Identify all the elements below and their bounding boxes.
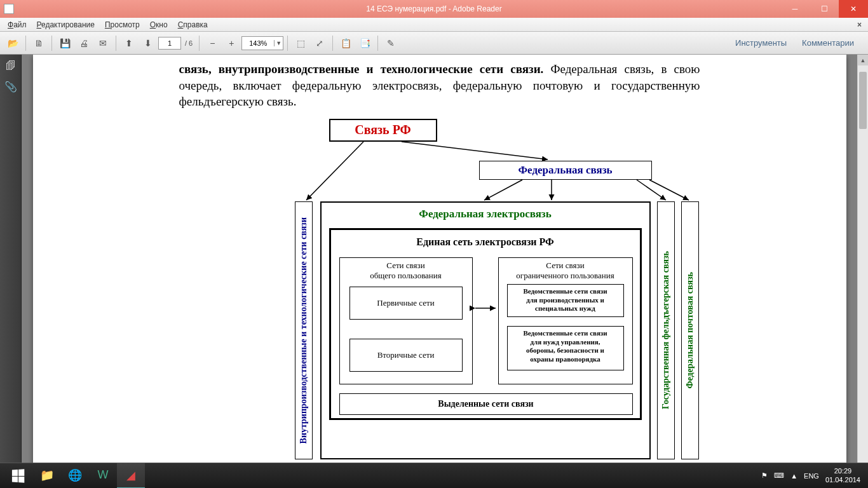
menu-file-label: айл xyxy=(13,20,26,29)
svg-line-0 xyxy=(306,142,363,200)
start-button[interactable] xyxy=(3,463,33,489)
email-icon[interactable]: ✉ xyxy=(94,34,112,52)
save-icon[interactable]: 💾 xyxy=(56,34,74,52)
keyboard-icon[interactable]: ⌨ xyxy=(774,471,784,480)
tool-icon-5[interactable]: ✎ xyxy=(382,34,400,52)
tray-up-icon[interactable]: ▲ xyxy=(790,472,797,480)
menu-bar: Фdocument.currentScript.previousElementS… xyxy=(0,18,868,32)
chevron-down-icon[interactable]: ▼ xyxy=(274,40,283,46)
minimize-button[interactable]: ─ xyxy=(780,0,810,18)
diagram-secondary: Вторичные сети xyxy=(349,339,463,372)
pdf-page: связь, внутрипроизводственные и технолог… xyxy=(33,55,846,488)
panel-comments[interactable]: Комментарии xyxy=(797,36,859,50)
paragraph: связь, внутрипроизводственные и технолог… xyxy=(179,61,700,110)
tray-flag-icon[interactable]: ⚑ xyxy=(761,471,768,480)
diagram-gos-feld: Государственная фельдъегерская связь xyxy=(657,201,675,459)
menu-view[interactable]: Просмотр xyxy=(100,19,145,30)
document-area[interactable]: связь, внутрипроизводственные и технолог… xyxy=(22,55,857,488)
task-explorer-icon[interactable]: 📁 xyxy=(33,463,61,489)
nav-panel: 🗐 📎 xyxy=(0,55,22,488)
app-icon xyxy=(4,4,14,14)
scroll-up-icon[interactable]: ▲ xyxy=(858,55,868,65)
page-up-icon[interactable]: ⬆ xyxy=(120,34,138,52)
menu-help[interactable]: Справка xyxy=(173,19,213,30)
close-button[interactable]: ✕ xyxy=(839,0,868,18)
window-titlebar: 14 ЕСЭ нумерация.pdf - Adobe Reader ─ ☐ … xyxy=(0,0,868,18)
windows-logo-icon xyxy=(12,469,24,482)
page-total-label: / 6 xyxy=(182,39,195,47)
panel-tools[interactable]: Инструменты xyxy=(730,36,792,50)
svg-line-1 xyxy=(402,142,548,159)
create-pdf-icon[interactable]: 🗎 xyxy=(30,34,48,52)
svg-line-5 xyxy=(649,180,689,200)
tool-icon-4[interactable]: 📑 xyxy=(356,34,374,52)
open-icon[interactable]: 📂 xyxy=(4,34,22,52)
zoom-select[interactable]: 143% ▼ xyxy=(241,36,283,50)
page-down-icon[interactable]: ⬇ xyxy=(139,34,157,52)
task-reader-icon[interactable]: ◢ xyxy=(117,463,145,489)
task-word-icon[interactable]: W xyxy=(89,463,117,489)
window-title: 14 ЕСЭ нумерация.pdf - Adobe Reader xyxy=(366,4,501,13)
diagram-dedicated: Выделенные сети связи xyxy=(339,393,633,415)
svg-line-2 xyxy=(484,180,522,200)
page-number-input[interactable] xyxy=(158,37,181,50)
clock[interactable]: 20:29 01.04.2014 xyxy=(825,467,860,484)
tool-icon-2[interactable]: ⤢ xyxy=(311,34,329,52)
diagram-root: Связь РФ xyxy=(329,119,437,142)
diagram-federal: Федеральная связь xyxy=(479,161,652,180)
toolbar: 📂 🗎 💾 🖨 ✉ ⬆ ⬇ / 6 − + 143% ▼ ⬚ ⤢ 📋 📑 ✎ И… xyxy=(0,32,868,55)
workspace: 🗐 📎 связь, внутрипроизводственные и техн… xyxy=(0,55,868,488)
thumbnails-icon[interactable]: 🗐 xyxy=(4,60,17,72)
zoom-in-icon[interactable]: + xyxy=(222,34,240,52)
svg-line-4 xyxy=(637,180,666,200)
diagram-fed-electro: Федеральная электросвязь xyxy=(322,203,649,226)
vertical-scrollbar[interactable]: ▲ ▼ xyxy=(857,55,868,488)
para-bold: связь, внутрипроизводственные и технолог… xyxy=(179,62,544,76)
system-tray: ⚑ ⌨ ▲ ENG 20:29 01.04.2014 xyxy=(761,467,865,484)
tool-icon-3[interactable]: 📋 xyxy=(337,34,355,52)
diagram-dept1: Ведомственные сети связидля производстве… xyxy=(507,284,624,317)
task-chrome-icon[interactable]: 🌐 xyxy=(61,463,89,489)
print-icon[interactable]: 🖨 xyxy=(75,34,93,52)
scroll-thumb[interactable] xyxy=(859,72,867,129)
maximize-button[interactable]: ☐ xyxy=(810,0,839,18)
diagram-fed-post: Федеральная почтовая связь xyxy=(681,201,699,459)
taskbar: 📁 🌐 W ◢ ⚑ ⌨ ▲ ENG 20:29 01.04.2014 xyxy=(0,463,868,488)
diagram-left-vertical: Внутрипроизводственные и технологические… xyxy=(295,201,313,459)
menu-close-doc[interactable]: × xyxy=(853,20,865,29)
zoom-value: 143% xyxy=(242,39,274,47)
diagram: Связь РФ Федеральная связь Внутрипроизво… xyxy=(179,119,700,462)
menu-window[interactable]: Окно xyxy=(145,19,173,30)
tool-icon-1[interactable]: ⬚ xyxy=(292,34,309,52)
language-indicator[interactable]: ENG xyxy=(804,472,819,480)
menu-edit[interactable]: Редактирование xyxy=(32,19,100,30)
diagram-dept2: Ведомственные сети связидля нужд управле… xyxy=(507,326,624,370)
diagram-primary: Первичные сети xyxy=(349,287,463,320)
diagram-unified: Единая сеть электросвязи РФ xyxy=(331,230,640,254)
menu-file[interactable]: Фdocument.currentScript.previousElementS… xyxy=(3,19,32,30)
attachments-icon[interactable]: 📎 xyxy=(4,80,17,93)
zoom-out-icon[interactable]: − xyxy=(203,34,221,52)
